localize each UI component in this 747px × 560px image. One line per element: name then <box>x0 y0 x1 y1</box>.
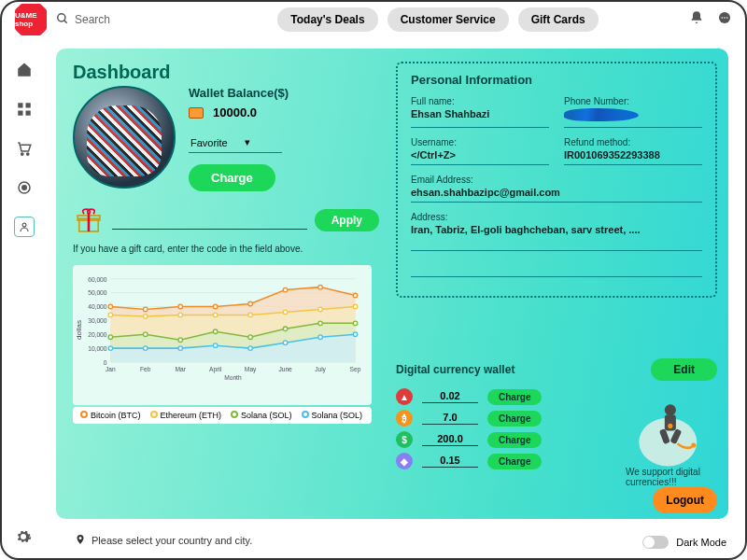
logout-button[interactable]: Logout <box>653 487 717 513</box>
svg-point-54 <box>283 310 288 315</box>
svg-point-69 <box>248 346 253 351</box>
svg-text:60,000: 60,000 <box>88 276 107 283</box>
svg-text:April: April <box>209 366 222 373</box>
svg-text:Mar: Mar <box>175 366 186 372</box>
apply-button[interactable]: Apply <box>315 209 379 231</box>
wallet-select[interactable]: Favorite▾ <box>189 133 282 153</box>
svg-text:30,000: 30,000 <box>88 317 107 324</box>
pin-icon <box>75 534 86 547</box>
svg-point-4 <box>724 17 726 19</box>
sidebar-cart[interactable] <box>14 138 35 159</box>
svg-point-41 <box>108 304 113 309</box>
svg-point-13 <box>22 186 27 190</box>
gift-code-input[interactable] <box>112 211 307 230</box>
svg-point-78 <box>691 442 696 447</box>
darkmode-toggle[interactable] <box>642 536 669 549</box>
svg-line-1 <box>64 20 67 22</box>
svg-text:July: July <box>315 366 326 373</box>
search-icon <box>56 12 69 28</box>
svg-point-0 <box>58 13 65 21</box>
edit-button[interactable]: Edit <box>651 358 717 381</box>
svg-text:0: 0 <box>104 359 107 366</box>
dcw-charge-button[interactable]: Charge <box>487 432 542 448</box>
svg-text:40,000: 40,000 <box>88 303 107 310</box>
svg-point-67 <box>178 346 183 351</box>
bell-icon[interactable] <box>689 10 704 29</box>
svg-text:Jan: Jan <box>106 366 116 372</box>
svg-point-60 <box>213 329 218 334</box>
svg-point-43 <box>178 304 183 309</box>
dcw-value: 0.02 <box>422 390 478 403</box>
personal-info: Personal Information Full name:Ehsan Sha… <box>396 62 717 298</box>
svg-point-10 <box>21 153 23 155</box>
svg-point-79 <box>668 424 672 428</box>
svg-point-71 <box>318 335 323 340</box>
coin-icon: ◆ <box>396 453 413 469</box>
pi-email: ehsan.shahbazipc@gmail.com <box>411 187 702 198</box>
svg-point-53 <box>248 313 253 317</box>
dcw-value: 200.0 <box>422 433 478 446</box>
more-icon[interactable] <box>717 10 732 29</box>
dcw-value: 7.0 <box>422 412 478 425</box>
svg-point-47 <box>318 285 323 289</box>
svg-point-56 <box>353 304 358 309</box>
nav-gift-cards[interactable]: Gift Cards <box>518 7 599 32</box>
svg-text:20,000: 20,000 <box>88 331 107 338</box>
charge-button[interactable]: Charge <box>189 164 275 191</box>
svg-point-52 <box>213 313 218 317</box>
svg-rect-7 <box>26 103 31 107</box>
dcw-charge-button[interactable]: Charge <box>487 454 542 469</box>
chart: dollas 010,00020,00030,00040,00050,00060… <box>73 265 372 405</box>
svg-point-42 <box>143 307 148 312</box>
pi-address: Iran, Tabriz, El-goli baghcheban, sarv s… <box>411 224 702 235</box>
pi-refund: IR001069352293388 <box>564 149 702 161</box>
svg-text:Month: Month <box>224 374 242 381</box>
chart-legend: Bitcoin (BTC)Ethereum (ETH)Solana (SOL)S… <box>73 407 372 424</box>
svg-point-64 <box>353 321 358 326</box>
svg-point-48 <box>353 293 358 298</box>
sidebar-profile[interactable] <box>14 217 35 237</box>
avatar[interactable] <box>73 86 176 189</box>
nav-customer-service[interactable]: Customer Service <box>388 7 509 32</box>
wallet-label: Wallet Balance($) <box>189 86 379 100</box>
coin-icon: ₿ <box>396 410 413 427</box>
svg-point-55 <box>318 307 323 312</box>
coin-icon: ▲ <box>396 388 413 405</box>
gift-icon <box>73 204 105 236</box>
svg-point-11 <box>27 153 29 155</box>
coin-icon: $ <box>396 431 413 448</box>
logo[interactable]: U&ME shop <box>15 4 47 35</box>
svg-point-3 <box>722 17 724 19</box>
support-text: We support digital currencies!!! <box>626 467 715 487</box>
svg-point-68 <box>213 343 218 348</box>
svg-text:Feb: Feb <box>140 366 151 372</box>
dcw-charge-button[interactable]: Charge <box>487 411 542 427</box>
svg-rect-8 <box>18 111 22 116</box>
svg-point-50 <box>143 315 148 319</box>
svg-text:10,000: 10,000 <box>88 345 107 352</box>
sidebar-apps[interactable] <box>14 99 35 119</box>
search[interactable]: Search <box>56 12 187 28</box>
robot-illustration <box>629 394 710 474</box>
pi-username: </Ctrl+Z> <box>411 149 549 161</box>
svg-point-70 <box>283 341 288 345</box>
svg-point-58 <box>143 332 148 337</box>
svg-point-5 <box>726 17 728 19</box>
settings-icon[interactable] <box>15 528 32 549</box>
svg-text:Sep: Sep <box>350 366 361 373</box>
svg-point-14 <box>22 223 26 227</box>
svg-point-57 <box>108 335 113 340</box>
svg-text:50,000: 50,000 <box>88 289 107 296</box>
sidebar <box>2 41 47 521</box>
darkmode-label: Dark Mode <box>676 537 726 548</box>
dcw-charge-button[interactable]: Charge <box>487 389 542 405</box>
svg-rect-9 <box>26 111 31 116</box>
sidebar-home[interactable] <box>14 60 35 80</box>
nav-deals[interactable]: Today's Deals <box>277 7 377 32</box>
wallet-value: 10000.0 <box>213 105 257 119</box>
sidebar-target[interactable] <box>14 177 35 198</box>
footer-location[interactable]: Please select your country and city. <box>75 534 252 547</box>
svg-rect-6 <box>18 103 22 107</box>
svg-point-62 <box>283 327 288 331</box>
svg-point-51 <box>178 313 183 317</box>
